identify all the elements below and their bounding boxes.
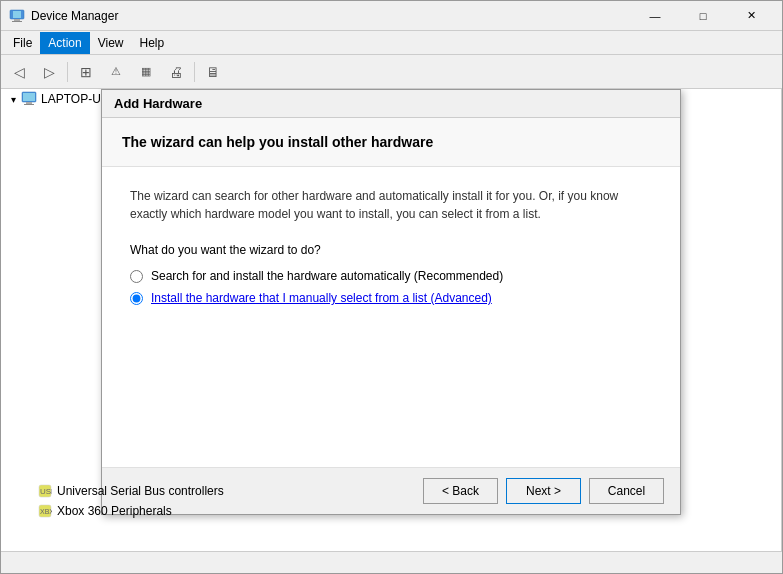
- svg-rect-3: [12, 21, 22, 22]
- tree-item-xbox-label: Xbox 360 Peripherals: [57, 504, 172, 518]
- xbox-icon: XBX: [37, 503, 53, 519]
- dialog-title: Add Hardware: [114, 96, 202, 111]
- print-button[interactable]: 🖨: [162, 59, 190, 85]
- radio-manual-option[interactable]: Install the hardware that I manually sel…: [130, 291, 652, 305]
- monitor-button[interactable]: 🖥: [199, 59, 227, 85]
- minimize-button[interactable]: —: [632, 3, 678, 29]
- svg-text:XBX: XBX: [40, 508, 52, 515]
- svg-rect-2: [14, 19, 20, 21]
- radio-auto-option[interactable]: Search for and install the hardware auto…: [130, 269, 652, 283]
- window-icon: [9, 8, 25, 24]
- svg-rect-1: [13, 11, 21, 18]
- menu-file[interactable]: File: [5, 32, 40, 54]
- status-bar: [1, 551, 782, 573]
- radio-manual-label[interactable]: Install the hardware that I manually sel…: [151, 291, 492, 305]
- menu-help[interactable]: Help: [132, 32, 173, 54]
- properties-button[interactable]: ⊞: [72, 59, 100, 85]
- dialog-header-title: The wizard can help you install other ha…: [122, 134, 660, 150]
- update-button[interactable]: ▦: [132, 59, 160, 85]
- menu-action[interactable]: Action: [40, 32, 89, 54]
- main-content: ▾ LAPTOP-U47KS53T Add Hardware: [1, 89, 782, 551]
- radio-auto[interactable]: [130, 270, 143, 283]
- window-controls: — □ ✕: [632, 3, 774, 29]
- dialog-title-bar: Add Hardware: [102, 90, 680, 118]
- add-hardware-dialog: Add Hardware The wizard can help you ins…: [101, 89, 681, 515]
- toolbar-separator-1: [67, 62, 68, 82]
- window-title: Device Manager: [31, 9, 632, 23]
- dialog-question: What do you want the wizard to do?: [130, 243, 652, 257]
- tree-item-usb[interactable]: USB Universal Serial Bus controllers: [1, 481, 781, 501]
- dialog-body: The wizard can search for other hardware…: [102, 167, 680, 467]
- tree-panel: ▾ LAPTOP-U47KS53T Add Hardware: [1, 89, 782, 551]
- toolbar-separator-2: [194, 62, 195, 82]
- radio-auto-label[interactable]: Search for and install the hardware auto…: [151, 269, 503, 283]
- menu-bar: File Action View Help: [1, 31, 782, 55]
- menu-view[interactable]: View: [90, 32, 132, 54]
- svg-text:USB: USB: [40, 487, 52, 496]
- dialog-description: The wizard can search for other hardware…: [130, 187, 652, 223]
- tree-item-xbox[interactable]: XBX Xbox 360 Peripherals: [1, 501, 781, 521]
- forward-button[interactable]: ▷: [35, 59, 63, 85]
- dialog-header: The wizard can help you install other ha…: [102, 118, 680, 167]
- radio-manual[interactable]: [130, 292, 143, 305]
- main-window: Device Manager — □ ✕ File Action View He…: [0, 0, 783, 574]
- title-bar: Device Manager — □ ✕: [1, 1, 782, 31]
- update-driver-button[interactable]: ⚠: [102, 59, 130, 85]
- toolbar: ◁ ▷ ⊞ ⚠ ▦ 🖨 🖥: [1, 55, 782, 89]
- back-button[interactable]: ◁: [5, 59, 33, 85]
- tree-item-usb-label: Universal Serial Bus controllers: [57, 484, 224, 498]
- usb-icon: USB: [37, 483, 53, 499]
- close-button[interactable]: ✕: [728, 3, 774, 29]
- maximize-button[interactable]: □: [680, 3, 726, 29]
